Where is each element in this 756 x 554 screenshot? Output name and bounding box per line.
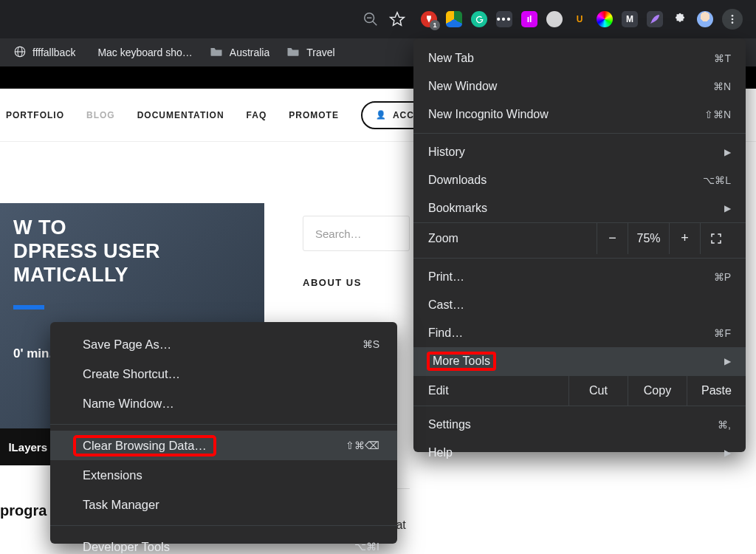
nav-portfolio[interactable]: PORTFOLIO: [6, 110, 64, 120]
menu-edit-label: Edit: [428, 384, 568, 397]
submenu-create-shortcut[interactable]: Create Shortcut…: [50, 359, 397, 389]
chrome-menu-button[interactable]: [722, 9, 743, 30]
svg-point-5: [732, 18, 734, 21]
menu-downloads[interactable]: Downloads ⌥⌘L: [413, 166, 746, 194]
grammarly-extension-icon[interactable]: [471, 11, 487, 27]
adblock-extension-icon[interactable]: 1: [421, 11, 437, 27]
hero-title: W TO DPRESS USER MATICALLY: [13, 216, 251, 287]
colorpicker-extension-icon[interactable]: [597, 11, 613, 27]
submenu-task-manager[interactable]: Task Manager: [50, 490, 397, 519]
chevron-right-icon: ▶: [724, 147, 731, 157]
menu-settings[interactable]: Settings ⌘,: [413, 411, 746, 439]
browser-toolbar: 1 ••• ıl U M: [0, 0, 756, 38]
chrome-main-menu: New Tab ⌘T New Window ⌘N New Incognito W…: [413, 38, 746, 452]
menu-history[interactable]: History ▶: [413, 138, 746, 166]
highlight-box: Clear Browsing Data…: [75, 437, 214, 454]
menu-cut-button[interactable]: Cut: [568, 375, 628, 406]
more-tools-submenu: Save Page As… ⌘S Create Shortcut… Name W…: [50, 322, 397, 544]
menu-new-incognito-window[interactable]: New Incognito Window ⇧⌘N: [413, 100, 746, 129]
folder-icon: [209, 44, 224, 61]
nav-faq[interactable]: FAQ: [247, 110, 267, 120]
fullscreen-button[interactable]: [700, 223, 731, 254]
submenu-extensions[interactable]: Extensions: [50, 460, 397, 490]
highlight-box: More Tools: [428, 353, 495, 369]
menu-separator: [50, 525, 397, 526]
submenu-save-page-as[interactable]: Save Page As… ⌘S: [50, 329, 397, 359]
search-input[interactable]: Search…: [303, 216, 410, 251]
svg-marker-3: [391, 13, 404, 25]
feather-extension-icon[interactable]: [647, 11, 663, 27]
bookmark-folder-australia[interactable]: Australia: [209, 44, 269, 61]
globe-icon: [13, 45, 27, 61]
chevron-right-icon: ▶: [724, 356, 731, 366]
bookmark-label: ffffallback: [32, 47, 75, 58]
hero-accent-bar: [13, 305, 44, 310]
gmail-extension-icon[interactable]: M: [622, 11, 638, 27]
menu-separator: [413, 258, 746, 259]
menu-more-tools[interactable]: More Tools ▶: [413, 347, 746, 375]
menu-edit-row: Edit Cut Copy Paste: [413, 375, 746, 406]
menu-zoom-row: Zoom − 75% +: [413, 222, 746, 253]
menu-new-window[interactable]: New Window ⌘N: [413, 72, 746, 100]
menu-new-tab[interactable]: New Tab ⌘T: [413, 44, 746, 72]
menu-separator: [413, 133, 746, 134]
zoom-minus-button[interactable]: −: [597, 223, 628, 254]
extensions-puzzle-icon[interactable]: [672, 11, 688, 27]
analytics-extension-icon[interactable]: ıl: [521, 11, 537, 27]
zoom-out-icon[interactable]: [360, 9, 381, 30]
bookmark-label: Australia: [230, 47, 269, 58]
submenu-clear-browsing-data[interactable]: Clear Browsing Data… ⇧⌘⌫: [50, 431, 397, 460]
user-icon: 👤: [376, 110, 387, 120]
extension-icon-grey[interactable]: [546, 11, 563, 27]
svg-point-4: [732, 15, 734, 17]
bookmark-ffffallback[interactable]: ffffallback: [13, 45, 75, 61]
zoom-percent: 75%: [628, 223, 669, 254]
account-button-label: ACC: [393, 110, 414, 120]
menu-help[interactable]: Help ▶: [413, 439, 746, 467]
folder-icon: [286, 44, 300, 61]
menu-cast[interactable]: Cast…: [413, 291, 746, 319]
bookmark-label: Mac keyboard sho…: [97, 47, 192, 58]
menu-print[interactable]: Print… ⌘P: [413, 263, 746, 291]
menu-bookmarks[interactable]: Bookmarks ▶: [413, 194, 746, 222]
submenu-developer-tools[interactable]: Developer Tools ⌥⌘I: [50, 532, 397, 554]
bookmark-mac-keyboard[interactable]: Mac keyboard sho…: [92, 47, 192, 58]
menu-copy-button[interactable]: Copy: [628, 375, 687, 406]
nav-blog[interactable]: BLOG: [86, 110, 115, 120]
adblock-badge: 1: [430, 20, 440, 30]
menu-paste-button[interactable]: Paste: [687, 375, 746, 406]
google-drive-extension-icon[interactable]: [446, 11, 462, 27]
svg-line-1: [373, 21, 377, 26]
svg-point-6: [732, 21, 734, 24]
about-us-heading: ABOUT US: [303, 277, 362, 288]
profile-avatar[interactable]: [697, 11, 713, 27]
hero-side-tab[interactable]: lLayers: [0, 428, 53, 465]
bookmark-star-icon[interactable]: [387, 9, 408, 30]
ubersuggest-extension-icon[interactable]: U: [571, 11, 588, 27]
nav-promote[interactable]: PROMOTE: [289, 110, 339, 120]
nav-documentation[interactable]: DOCUMENTATION: [137, 110, 224, 120]
search-placeholder: Search…: [315, 228, 362, 240]
chevron-right-icon: ▶: [724, 448, 731, 458]
zoom-plus-button[interactable]: +: [669, 223, 700, 254]
submenu-name-window[interactable]: Name Window…: [50, 389, 397, 418]
bookmark-label: Travel: [306, 47, 334, 58]
hero-section-label: progra: [0, 502, 47, 519]
menu-separator: [50, 424, 397, 425]
lastpass-extension-icon[interactable]: •••: [496, 11, 512, 27]
bookmark-folder-travel[interactable]: Travel: [286, 44, 334, 61]
menu-zoom-label: Zoom: [428, 232, 597, 245]
menu-find[interactable]: Find… ⌘F: [413, 319, 746, 347]
chevron-right-icon: ▶: [724, 203, 731, 213]
